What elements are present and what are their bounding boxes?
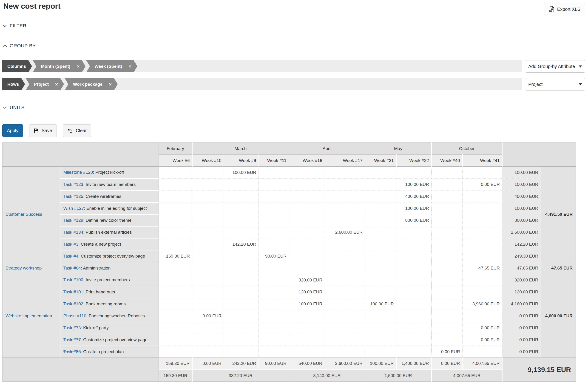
week-total-cell: 2,600.00 EUR <box>325 358 365 370</box>
cost-cell <box>259 310 289 322</box>
table-row: Customer SuccessMilestone #120: Project … <box>2 167 576 178</box>
group-by-section-label: GROUP BY <box>10 43 36 48</box>
cost-cell <box>159 238 192 250</box>
cost-cell <box>365 310 396 322</box>
cost-cell <box>192 298 224 310</box>
cost-cell <box>325 167 365 178</box>
cost-cell: 320.00 EUR <box>289 274 325 286</box>
work-package-link[interactable]: Task #101 <box>63 290 84 294</box>
work-package-link[interactable]: Task #73 <box>63 325 81 330</box>
cost-cell <box>192 262 224 274</box>
cost-cell <box>192 178 224 191</box>
cost-cell <box>192 167 224 178</box>
week-total-cell: 159.30 EUR <box>159 358 192 370</box>
table-row: Task #129: Define new color theme800.00 … <box>2 214 576 226</box>
work-package-link[interactable]: Task #102 <box>63 301 84 306</box>
group-by-chip-month-spent-[interactable]: Month (Spent)× <box>33 60 85 72</box>
work-package-link[interactable]: Task #125 <box>63 194 84 199</box>
save-button[interactable]: Save <box>29 124 57 137</box>
cost-cell <box>462 310 502 322</box>
cost-cell <box>224 214 259 226</box>
week-header: Week #11 <box>259 155 289 167</box>
export-xls-button[interactable]: XLS Export XLS <box>544 3 585 15</box>
project-total-cell: 47.65 EUR <box>541 262 576 274</box>
cost-cell <box>259 191 289 202</box>
cost-cell <box>325 202 365 214</box>
cost-cell <box>365 191 396 202</box>
group-by-rows-row: RowsProject×Work package× Project <box>0 78 588 90</box>
cost-cell <box>462 274 502 286</box>
work-package-subject: : Administration <box>81 266 111 270</box>
work-package-cell: Milestone #120: Project kick-off <box>60 167 159 178</box>
work-package-link[interactable]: Task #134 <box>63 230 84 235</box>
cost-cell <box>432 191 462 202</box>
work-package-link[interactable]: Task #100 <box>63 277 84 282</box>
work-package-link[interactable]: Task #77 <box>63 337 81 342</box>
group-by-section-toggle[interactable]: GROUP BY <box>3 43 36 48</box>
project-link[interactable]: Customer Success <box>5 212 42 217</box>
cost-cell: 100.00 EUR <box>396 178 432 191</box>
project-total-cell: 4,491.50 EUR <box>541 167 576 262</box>
project-dropdown[interactable]: Project <box>525 78 585 90</box>
work-package-subject: : Create a project plan <box>81 349 124 354</box>
work-package-link[interactable]: Milestone #120 <box>63 170 93 175</box>
row-sum-cell: 100.00 EUR <box>502 167 541 178</box>
group-by-chip-work-package[interactable]: Work package× <box>64 78 118 90</box>
apply-button[interactable]: Apply <box>2 124 23 137</box>
cost-cell <box>259 178 289 191</box>
project-link[interactable]: Strategy workshop <box>5 266 42 270</box>
work-package-link[interactable]: Task #3 <box>63 242 78 247</box>
cost-cell <box>325 214 365 226</box>
work-package-link[interactable]: Task #129 <box>63 218 84 223</box>
cost-cell <box>289 202 325 214</box>
work-package-cell: Phase #110: Forschungswochen Robotics <box>60 310 159 322</box>
cost-cell: 0.00 EUR <box>462 334 502 346</box>
work-package-subject: : Project kick-off <box>93 170 124 175</box>
month-header: April <box>289 143 365 155</box>
close-icon[interactable]: × <box>55 82 58 87</box>
project-link[interactable]: Website implementation <box>5 313 52 318</box>
close-icon[interactable]: × <box>128 64 131 69</box>
cost-cell: 0.00 EUR <box>192 310 224 322</box>
cost-cell <box>365 274 396 286</box>
caret-down-icon <box>579 65 582 67</box>
units-section-label: UNITS <box>10 105 25 110</box>
cost-cell <box>159 334 192 346</box>
close-icon[interactable]: × <box>77 64 80 69</box>
work-package-cell: Task #100: Invite project members <box>60 274 159 286</box>
row-sum-cell: 0.00 EUR <box>502 346 541 358</box>
cost-cell <box>259 238 289 250</box>
work-package-cell: Task #4: Customize project overview page <box>60 250 159 262</box>
cost-cell <box>462 286 502 298</box>
cost-cell: 3,960.00 EUR <box>462 298 502 310</box>
work-package-link[interactable]: Task #64 <box>63 266 81 270</box>
cost-cell <box>159 286 192 298</box>
save-icon <box>34 128 39 133</box>
work-package-cell: Task #129: Define new color theme <box>60 214 159 226</box>
group-by-chip-project[interactable]: Project× <box>26 78 64 90</box>
month-header: March <box>192 143 289 155</box>
week-total-cell: 0.00 EUR <box>192 358 224 370</box>
add-group-by-attribute-dropdown[interactable]: Add Group-by Attribute <box>525 60 585 73</box>
close-icon[interactable]: × <box>109 82 112 87</box>
clear-button[interactable]: Clear <box>63 124 91 137</box>
work-package-link[interactable]: Task #4 <box>63 254 78 258</box>
work-package-link[interactable]: Wish #127 <box>63 206 84 211</box>
cost-cell <box>396 167 432 178</box>
work-package-link[interactable]: Task #83 <box>63 349 81 354</box>
filter-section-toggle[interactable]: FILTER <box>3 23 26 28</box>
cost-cell <box>325 346 365 358</box>
cost-cell <box>462 202 502 214</box>
cost-cell <box>462 346 502 358</box>
work-package-link[interactable]: Phase #110 <box>63 313 86 318</box>
project-cell: Strategy workshop <box>2 262 60 274</box>
cost-cell <box>432 238 462 250</box>
month-header-row: FebruaryMarchAprilMayOctober <box>2 143 576 155</box>
work-package-link[interactable]: Task #123 <box>63 182 84 187</box>
cost-report-table: FebruaryMarchAprilMayOctoberWeek #6Week … <box>2 142 576 382</box>
group-by-chip-week-spent-[interactable]: Week (Spent)× <box>86 60 137 72</box>
row-sum-cell: 0.00 EUR <box>502 334 541 346</box>
table-row: Task #4: Customize project overview page… <box>2 250 576 262</box>
units-section-toggle[interactable]: UNITS <box>3 105 25 110</box>
week-header: Week #17 <box>325 155 365 167</box>
